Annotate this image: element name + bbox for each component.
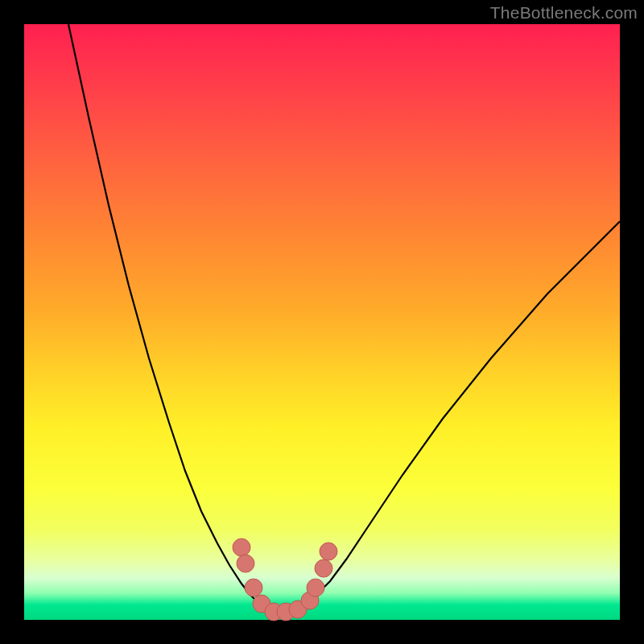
valley-marker bbox=[245, 579, 262, 597]
chart-svg bbox=[24, 24, 620, 620]
valley-marker bbox=[237, 555, 254, 572]
outer-frame: TheBottleneck.com bbox=[0, 0, 644, 644]
bottleneck-curve-left bbox=[68, 24, 282, 613]
valley-marker bbox=[307, 579, 324, 597]
watermark-label: TheBottleneck.com bbox=[490, 3, 638, 23]
valley-marker bbox=[315, 559, 332, 577]
valley-marker bbox=[233, 539, 250, 556]
valley-markers-group bbox=[233, 539, 337, 621]
valley-marker bbox=[320, 543, 337, 560]
plot-area bbox=[24, 24, 620, 620]
